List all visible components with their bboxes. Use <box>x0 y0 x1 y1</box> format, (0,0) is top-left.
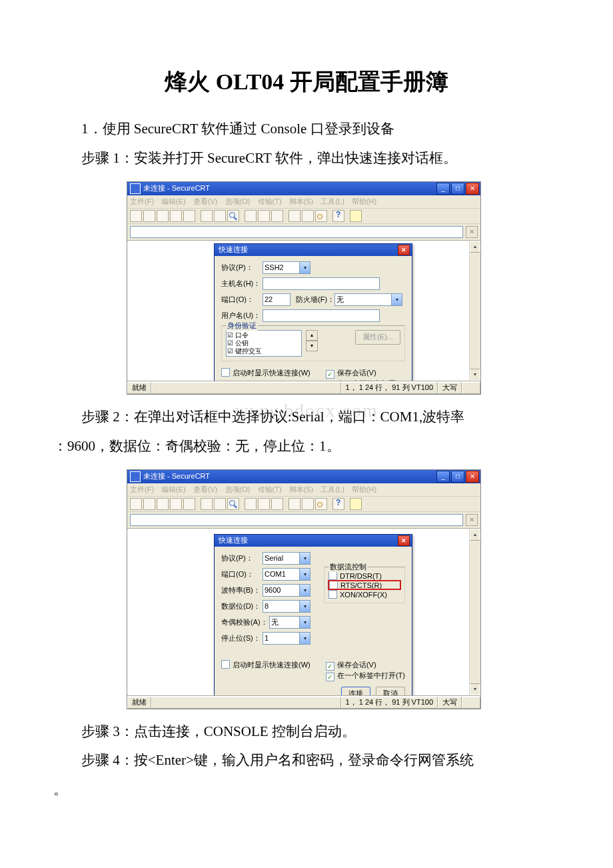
firewall-label: 防火墙(F)： <box>296 295 334 305</box>
toolbar-icon[interactable] <box>350 498 362 510</box>
menu-view[interactable]: 查看(V) <box>193 197 218 205</box>
menu-help[interactable]: 帮助(H) <box>352 197 376 205</box>
move-up-button[interactable]: ▴ <box>306 330 318 341</box>
menu-view[interactable]: 查看(V) <box>193 485 218 493</box>
protocol-select[interactable]: SSH2▾ <box>263 261 310 274</box>
show-quick-checkbox[interactable]: 启动时显示快速连接(W) <box>221 368 310 378</box>
port-select[interactable]: COM1▾ <box>263 568 310 581</box>
toolbar-icon[interactable] <box>201 498 213 510</box>
firewall-select[interactable]: 无▾ <box>334 293 402 306</box>
toolbar-icon[interactable] <box>214 498 226 510</box>
databits-select[interactable]: 8▾ <box>263 600 310 613</box>
maximize-button[interactable]: □ <box>451 471 464 483</box>
scroll-down-icon[interactable]: ▾ <box>470 369 480 381</box>
scrollbar[interactable]: ▴ ▾ <box>469 529 480 695</box>
terminal-area[interactable]: ▴ ▾ 快速连接 ✕ 协议(P)： Serial▾ <box>127 529 480 696</box>
help-icon[interactable] <box>332 210 344 222</box>
toolbar-icon[interactable] <box>170 210 182 222</box>
print-icon[interactable] <box>271 498 283 510</box>
save-session-checkbox[interactable]: 保存会话(V) <box>326 661 376 669</box>
session-close-icon[interactable]: ✕ <box>466 514 478 526</box>
toolbar-icon[interactable] <box>170 498 182 510</box>
menu-file[interactable]: 文件(F) <box>130 485 154 493</box>
close-button[interactable]: ✕ <box>466 471 479 483</box>
menu-tools[interactable]: 工具(L) <box>320 485 344 493</box>
save-session-checkbox[interactable]: 保存会话(V) <box>326 369 376 377</box>
dtrdsr-checkbox[interactable]: DTR/DSR(T) <box>328 572 382 580</box>
properties-button[interactable]: 属性(E)... <box>355 330 400 345</box>
rtscts-checkbox[interactable]: RTS/CTS(R) <box>329 581 382 589</box>
menu-script[interactable]: 脚本(S) <box>289 485 314 493</box>
minimize-button[interactable]: _ <box>436 471 450 483</box>
toolbar-icon[interactable] <box>214 210 226 222</box>
menu-help[interactable]: 帮助(H) <box>352 485 376 493</box>
toolbar-icon[interactable] <box>289 210 301 222</box>
auth-item-publickey[interactable]: 公钥 <box>227 339 301 347</box>
xonxoff-checkbox[interactable]: XON/XOFF(X) <box>328 591 387 599</box>
toolbar-icon[interactable] <box>143 210 155 222</box>
toolbar-icon[interactable] <box>258 498 270 510</box>
toolbar-icon[interactable] <box>130 210 142 222</box>
menu-file[interactable]: 文件(F) <box>130 197 154 205</box>
session-input[interactable] <box>130 226 463 238</box>
scrollbar[interactable]: ▴ ▾ <box>469 241 480 381</box>
minimize-button[interactable]: _ <box>436 183 450 195</box>
host-input[interactable] <box>263 277 380 290</box>
menu-transfer[interactable]: 传输(T) <box>258 485 282 493</box>
toolbar-icon[interactable] <box>258 210 270 222</box>
menu-options[interactable]: 选项(O) <box>225 485 251 493</box>
menu-edit[interactable]: 编辑(E) <box>161 197 186 205</box>
parity-select[interactable]: 无▾ <box>269 616 310 629</box>
toolbar-icon[interactable] <box>157 498 169 510</box>
session-close-icon[interactable]: ✕ <box>466 226 478 238</box>
auth-listbox[interactable]: 口令 公钥 键控交互 <box>226 330 302 357</box>
show-quick-checkbox[interactable]: 启动时显示快速连接(W) <box>221 660 310 670</box>
cancel-button[interactable]: 取消 <box>376 687 405 696</box>
doc-title: 烽火 OLT04 开局配置手册簿 <box>53 67 560 97</box>
auth-item-keyboard[interactable]: 键控交互 <box>227 347 301 355</box>
toolbar-icon[interactable] <box>143 498 155 510</box>
baud-select[interactable]: 9600▾ <box>263 584 310 597</box>
menu-script[interactable]: 脚本(S) <box>289 197 314 205</box>
toolbar-icon[interactable] <box>245 498 257 510</box>
search-icon[interactable] <box>227 210 239 222</box>
scroll-up-icon[interactable]: ▴ <box>470 241 480 253</box>
scroll-down-icon[interactable]: ▾ <box>470 683 480 695</box>
toolbar-icon[interactable] <box>350 210 362 222</box>
menu-edit[interactable]: 编辑(E) <box>161 485 186 493</box>
toolbar-icon[interactable] <box>302 498 314 510</box>
open-in-tab-checkbox[interactable]: 在一个标签中打开(T) <box>326 379 405 381</box>
search-icon[interactable] <box>227 498 239 510</box>
print-icon[interactable] <box>271 210 283 222</box>
toolbar-icon[interactable] <box>157 210 169 222</box>
toolbar-icon[interactable] <box>130 498 142 510</box>
key-icon[interactable] <box>315 498 327 510</box>
terminal-area[interactable]: ▴ ▾ 快速连接 ✕ 协议(P)： SSH2▾ 主机名(H)： <box>127 241 480 381</box>
toolbar-icon[interactable] <box>289 498 301 510</box>
move-down-button[interactable]: ▾ <box>306 341 318 351</box>
menu-tools[interactable]: 工具(L) <box>320 197 344 205</box>
open-in-tab-checkbox[interactable]: 在一个标签中打开(T) <box>326 671 405 679</box>
stopbits-select[interactable]: 1▾ <box>263 632 310 645</box>
auth-item-password[interactable]: 口令 <box>227 331 301 339</box>
toolbar-icon[interactable] <box>245 210 257 222</box>
menu-transfer[interactable]: 传输(T) <box>258 197 282 205</box>
dialog-close-button[interactable]: ✕ <box>398 535 410 546</box>
key-icon[interactable] <box>315 210 327 222</box>
toolbar-icon[interactable] <box>183 210 195 222</box>
connect-button[interactable]: 连接 <box>341 687 370 696</box>
menu-options[interactable]: 选项(O) <box>225 197 251 205</box>
toolbar-icon[interactable] <box>201 210 213 222</box>
protocol-select[interactable]: Serial▾ <box>263 552 310 565</box>
port-input[interactable]: 22 <box>263 293 291 306</box>
maximize-button[interactable]: □ <box>451 183 464 195</box>
chevron-down-icon: ▾ <box>299 601 310 612</box>
help-icon[interactable] <box>332 498 344 510</box>
username-input[interactable] <box>263 309 380 322</box>
dialog-close-button[interactable]: ✕ <box>398 245 410 255</box>
scroll-up-icon[interactable]: ▴ <box>470 529 480 541</box>
close-button[interactable]: ✕ <box>466 183 479 195</box>
session-input[interactable] <box>130 514 463 526</box>
toolbar-icon[interactable] <box>183 498 195 510</box>
toolbar-icon[interactable] <box>302 210 314 222</box>
